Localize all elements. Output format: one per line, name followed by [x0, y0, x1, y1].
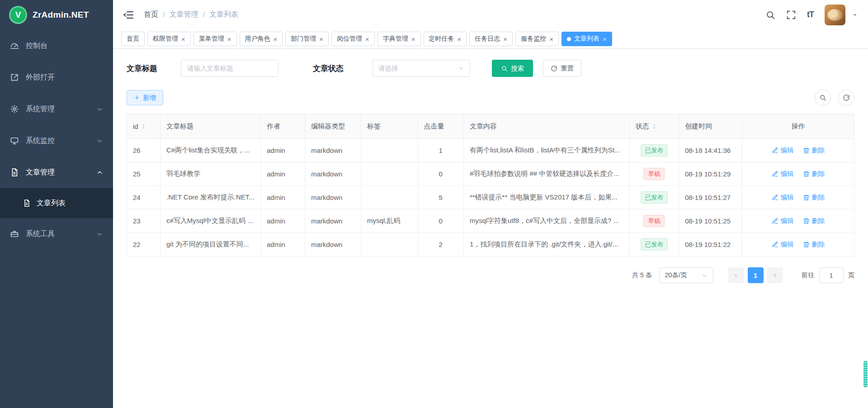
- pagination: 共 5 条 20条/页 1 前往 页: [127, 267, 854, 283]
- tab-9[interactable]: 服务监控×: [515, 32, 559, 46]
- breadcrumb-item[interactable]: 首页: [144, 10, 158, 19]
- chevron-down-icon: [458, 65, 464, 71]
- cell-created: 08-19 10:51:27: [679, 186, 742, 209]
- edit-icon: [772, 171, 778, 177]
- delete-link-label: 删除: [812, 146, 825, 155]
- avatar[interactable]: [825, 5, 845, 25]
- chevron-up-icon: [96, 169, 103, 176]
- search-icon[interactable]: [765, 10, 775, 20]
- cell-content: 1，找到项目所在目录下的 .git/文件夹，进入.git/...: [463, 233, 629, 256]
- tab-close-icon[interactable]: ×: [411, 36, 415, 43]
- table-body: 26C#两个list集合实现关联，...adminmarkdown1有两个lis…: [127, 139, 854, 256]
- status-filter-select[interactable]: 请选择: [373, 60, 470, 77]
- tab-close-icon[interactable]: ×: [181, 36, 185, 43]
- tab-10[interactable]: 文章列表×: [561, 32, 612, 46]
- tab-close-icon[interactable]: ×: [227, 36, 231, 43]
- logo-icon: V: [9, 6, 27, 24]
- edit-link[interactable]: 编辑: [772, 146, 794, 155]
- sidebar-item-tools[interactable]: 系统工具: [0, 218, 113, 250]
- next-page-button[interactable]: [767, 267, 783, 283]
- tab-close-icon[interactable]: ×: [365, 36, 369, 43]
- cell-status: 草稿: [629, 162, 679, 186]
- tab-label: 首页: [127, 35, 139, 43]
- prev-page-button[interactable]: [728, 267, 744, 283]
- status-badge: 已发布: [641, 191, 668, 204]
- tab-close-icon[interactable]: ×: [319, 36, 323, 43]
- goto-page-input[interactable]: [819, 267, 844, 283]
- scrollbar-thumb[interactable]: [863, 361, 868, 387]
- sidebar-item-external[interactable]: 外部打开: [0, 62, 113, 93]
- cell-content: mysql字符集utf8，c#写入中文后，全部显示成? ...: [463, 209, 629, 233]
- sidebar-item-label: 系统工具: [26, 229, 55, 239]
- font-size-icon[interactable]: tT: [807, 10, 814, 19]
- menu-fold-icon[interactable]: [123, 9, 134, 20]
- sidebar-item-system[interactable]: 系统管理: [0, 93, 113, 125]
- page-size-select[interactable]: 20条/页: [659, 267, 713, 283]
- tab-label: 任务日志: [475, 35, 500, 43]
- cell-status: 已发布: [629, 233, 679, 256]
- document-icon: [23, 199, 31, 207]
- sort-icon: [141, 122, 146, 131]
- toggle-search-button[interactable]: [815, 90, 831, 106]
- tab-3[interactable]: 用户角色×: [240, 32, 283, 46]
- breadcrumb-separator: /: [203, 11, 204, 19]
- edit-link[interactable]: 编辑: [772, 193, 794, 202]
- delete-icon: [803, 194, 810, 201]
- table-toolbar: 新增: [127, 90, 854, 106]
- external-link-icon: [10, 73, 19, 82]
- tab-label: 菜单管理: [199, 35, 224, 43]
- tab-label: 文章列表: [574, 35, 599, 43]
- search-button[interactable]: 搜索: [492, 60, 533, 77]
- tab-close-icon[interactable]: ×: [274, 36, 278, 43]
- pagination-total: 共 5 条: [632, 271, 652, 280]
- logo[interactable]: V ZrAdmin.NET: [0, 0, 113, 30]
- edit-link[interactable]: 编辑: [772, 170, 794, 178]
- edit-link-label: 编辑: [781, 170, 794, 178]
- tab-label: 部门管理: [291, 35, 316, 43]
- edit-link[interactable]: 编辑: [772, 240, 794, 249]
- sidebar-item-monitor[interactable]: 系统监控: [0, 125, 113, 157]
- caret-down-icon[interactable]: [852, 12, 858, 18]
- sidebar-item-label: 外部打开: [26, 73, 55, 82]
- title-filter-input[interactable]: [181, 60, 278, 77]
- sidebar-subitem-article-list[interactable]: 文章列表: [0, 188, 113, 218]
- refresh-table-button[interactable]: [838, 90, 854, 106]
- column-header-status[interactable]: 状态: [629, 114, 679, 139]
- tab-4[interactable]: 部门管理×: [285, 32, 329, 46]
- column-header-created: 创建时间: [679, 114, 742, 139]
- reset-button[interactable]: 重置: [543, 60, 581, 77]
- tab-2[interactable]: 菜单管理×: [193, 32, 237, 46]
- column-header-inner: 点击量: [424, 122, 444, 131]
- delete-link[interactable]: 删除: [803, 217, 825, 225]
- tab-6[interactable]: 字典管理×: [377, 32, 421, 46]
- cell-author: admin: [261, 139, 305, 162]
- tab-8[interactable]: 任务日志×: [469, 32, 513, 46]
- delete-link[interactable]: 删除: [803, 146, 825, 155]
- column-header-id[interactable]: id: [127, 114, 160, 139]
- status-filter-label: 文章状态: [313, 63, 344, 74]
- tab-close-icon[interactable]: ×: [603, 36, 607, 43]
- add-button[interactable]: 新增: [127, 90, 163, 105]
- delete-link[interactable]: 删除: [803, 170, 825, 178]
- sidebar-item-article[interactable]: 文章管理: [0, 157, 113, 188]
- delete-link[interactable]: 删除: [803, 193, 825, 202]
- tab-7[interactable]: 定时任务×: [424, 32, 467, 46]
- articles-table: id文章标题作者编辑器类型标签点击量文章内容状态创建时间操作 26C#两个lis…: [127, 114, 854, 256]
- edit-link[interactable]: 编辑: [772, 217, 794, 225]
- fullscreen-icon[interactable]: [786, 10, 796, 20]
- plus-icon: [134, 95, 140, 101]
- tab-0[interactable]: 首页: [121, 32, 145, 46]
- tab-1[interactable]: 权限管理×: [147, 32, 191, 46]
- tab-close-icon[interactable]: ×: [458, 36, 462, 43]
- cell-editor: markdown: [305, 233, 361, 256]
- sidebar-item-dashboard[interactable]: 控制台: [0, 30, 113, 62]
- tab-close-icon[interactable]: ×: [503, 36, 507, 43]
- column-header-inner: 编辑器类型: [311, 122, 345, 131]
- column-header-label: 点击量: [424, 122, 444, 131]
- delete-link[interactable]: 删除: [803, 240, 825, 249]
- tab-close-icon[interactable]: ×: [549, 36, 553, 43]
- column-header-title: 文章标题: [160, 114, 261, 139]
- sidebar-item-label: 系统监控: [26, 136, 55, 146]
- tab-5[interactable]: 岗位管理×: [331, 32, 375, 46]
- page-number-button[interactable]: 1: [748, 267, 764, 283]
